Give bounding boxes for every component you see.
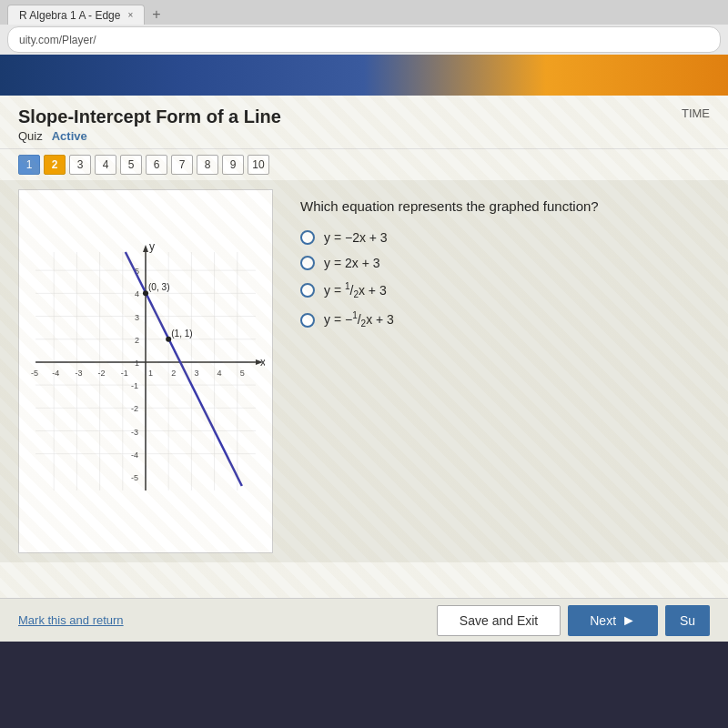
svg-text:-5: -5 bbox=[131, 473, 138, 482]
svg-text:-4: -4 bbox=[52, 369, 59, 378]
footer-bar: Mark this and return Save and Exit Next … bbox=[0, 598, 728, 642]
svg-text:y: y bbox=[149, 240, 156, 253]
address-bar[interactable]: uity.com/Player/ bbox=[7, 26, 721, 53]
svg-text:x: x bbox=[260, 356, 265, 369]
tab-close-icon[interactable]: × bbox=[127, 10, 133, 20]
new-tab-button[interactable]: + bbox=[145, 5, 167, 25]
svg-marker-21 bbox=[143, 245, 148, 252]
question-num-2[interactable]: 2 bbox=[44, 155, 66, 175]
option-b-text: y = 2x + 3 bbox=[324, 256, 379, 270]
question-numbers: 1 2 3 4 5 6 7 8 9 10 bbox=[0, 149, 728, 180]
svg-text:-3: -3 bbox=[75, 369, 82, 378]
radio-b[interactable] bbox=[300, 256, 315, 270]
timer-area: TIME bbox=[682, 106, 710, 120]
radio-d[interactable] bbox=[300, 313, 315, 328]
question-num-7[interactable]: 7 bbox=[171, 155, 193, 175]
svg-text:-2: -2 bbox=[131, 404, 138, 413]
svg-text:-5: -5 bbox=[31, 369, 38, 378]
tab-bar: R Algebra 1 A - Edge × + bbox=[0, 0, 728, 25]
svg-text:5: 5 bbox=[240, 369, 245, 378]
option-d-text: y = −1/2x + 3 bbox=[324, 310, 394, 329]
svg-text:3: 3 bbox=[194, 369, 198, 378]
svg-text:-4: -4 bbox=[131, 450, 138, 460]
graph-section: x y -5 -4 -3 -2 -1 1 2 3 4 5 5 4 3 bbox=[18, 189, 273, 553]
option-a[interactable]: y = −2x + 3 bbox=[300, 230, 701, 245]
title-section: Slope-Intercept Form of a Line Quiz Acti… bbox=[0, 96, 728, 149]
next-label: Next bbox=[590, 613, 616, 628]
svg-text:3: 3 bbox=[135, 313, 139, 322]
main-content: Slope-Intercept Form of a Line Quiz Acti… bbox=[0, 55, 728, 728]
quiz-area: x y -5 -4 -3 -2 -1 1 2 3 4 5 5 4 3 bbox=[0, 180, 728, 562]
option-d[interactable]: y = −1/2x + 3 bbox=[300, 310, 701, 329]
option-c-text: y = 1/2x + 3 bbox=[324, 281, 387, 299]
question-num-6[interactable]: 6 bbox=[146, 155, 167, 175]
question-num-3[interactable]: 3 bbox=[69, 155, 91, 175]
svg-text:4: 4 bbox=[217, 369, 222, 378]
active-tab[interactable]: R Algebra 1 A - Edge × bbox=[7, 5, 145, 25]
svg-text:1: 1 bbox=[148, 369, 153, 378]
footer-buttons: Save and Exit Next ► Su bbox=[437, 605, 710, 636]
next-arrow-icon: ► bbox=[622, 612, 636, 629]
option-b[interactable]: y = 2x + 3 bbox=[300, 256, 701, 270]
submit-button[interactable]: Su bbox=[665, 605, 710, 636]
quiz-label: Quiz bbox=[18, 129, 43, 143]
content-body: Slope-Intercept Form of a Line Quiz Acti… bbox=[0, 96, 728, 642]
radio-a[interactable] bbox=[300, 230, 315, 245]
svg-text:4: 4 bbox=[135, 289, 139, 298]
coordinate-graph: x y -5 -4 -3 -2 -1 1 2 3 4 5 5 4 3 bbox=[26, 197, 265, 545]
svg-text:-1: -1 bbox=[121, 369, 128, 378]
tab-title: R Algebra 1 A - Edge bbox=[19, 9, 120, 22]
svg-text:(1, 1): (1, 1) bbox=[171, 329, 193, 339]
header-banner bbox=[0, 55, 728, 96]
question-num-10[interactable]: 10 bbox=[248, 155, 269, 175]
option-c[interactable]: y = 1/2x + 3 bbox=[300, 281, 701, 299]
question-text: Which equation represents the graphed fu… bbox=[300, 198, 701, 214]
browser-chrome: R Algebra 1 A - Edge × + uity.com/Player… bbox=[0, 0, 728, 55]
options-list: y = −2x + 3 y = 2x + 3 y = 1/2x + 3 y = … bbox=[300, 230, 701, 329]
radio-c[interactable] bbox=[300, 283, 315, 298]
active-badge: Active bbox=[52, 129, 87, 143]
question-num-9[interactable]: 9 bbox=[222, 155, 244, 175]
svg-text:-2: -2 bbox=[98, 369, 106, 378]
svg-text:-1: -1 bbox=[131, 381, 138, 390]
question-section: Which equation represents the graphed fu… bbox=[291, 189, 710, 553]
quiz-status: Quiz Active bbox=[18, 129, 710, 143]
next-button[interactable]: Next ► bbox=[568, 605, 658, 636]
mark-return-link[interactable]: Mark this and return bbox=[18, 613, 124, 627]
question-num-4[interactable]: 4 bbox=[95, 155, 116, 175]
svg-text:1: 1 bbox=[135, 359, 139, 368]
timer-label: TIME bbox=[682, 106, 710, 120]
lesson-title: Slope-Intercept Form of a Line bbox=[18, 106, 710, 127]
question-num-1[interactable]: 1 bbox=[18, 155, 40, 175]
option-a-text: y = −2x + 3 bbox=[324, 230, 388, 245]
svg-line-44 bbox=[126, 252, 242, 486]
question-num-8[interactable]: 8 bbox=[197, 155, 218, 175]
svg-text:2: 2 bbox=[171, 369, 176, 378]
svg-text:2: 2 bbox=[135, 336, 139, 345]
question-num-5[interactable]: 5 bbox=[120, 155, 142, 175]
save-exit-button[interactable]: Save and Exit bbox=[437, 605, 561, 636]
url-text: uity.com/Player/ bbox=[19, 34, 96, 46]
svg-text:(0, 3): (0, 3) bbox=[148, 282, 170, 292]
svg-text:-3: -3 bbox=[131, 428, 138, 437]
